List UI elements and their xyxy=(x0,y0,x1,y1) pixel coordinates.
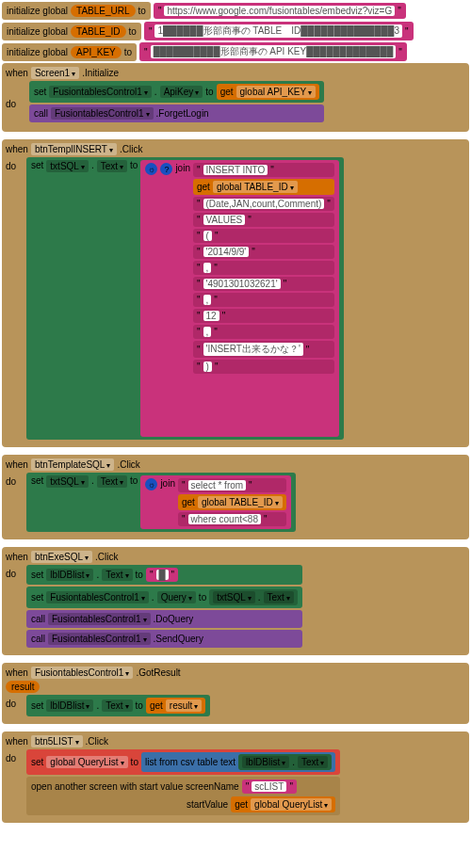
get-lbldblist-text[interactable]: lblDBlist . Text xyxy=(238,754,332,770)
var-name[interactable]: TABLE_URL xyxy=(71,5,136,17)
string-literal[interactable]: " , " xyxy=(193,325,334,339)
when-gotresult: when FusiontablesControl1 .GotResult res… xyxy=(2,663,469,724)
var-name[interactable]: TABLE_ID xyxy=(71,25,126,38)
when-btn5list-click: when btn5LIST .Click do set global Query… xyxy=(2,731,469,823)
string-literal[interactable]: " select * from " xyxy=(178,478,286,492)
string-sclist[interactable]: " scLIST " xyxy=(242,780,297,794)
set-lbldblist-text[interactable]: set lblDBlist . Text to " █ " xyxy=(26,565,302,585)
string-literal[interactable]: " , " xyxy=(193,261,334,275)
component-screen1[interactable]: Screen1 xyxy=(31,67,79,79)
string-literal[interactable]: " where count<88 " xyxy=(178,512,286,526)
get-txtsql-text[interactable]: txtSQL . Text xyxy=(209,589,298,605)
join-block-2[interactable]: ☼ join " select * from "get global TABLE… xyxy=(140,475,290,529)
component-btn5list[interactable]: btn5LIST xyxy=(31,735,83,747)
string-literal[interactable]: " (Date,JAN,count,Comment) " xyxy=(193,197,334,211)
string-literal[interactable]: " 12 " xyxy=(193,309,334,323)
open-screen-block[interactable]: open another screen with start value scr… xyxy=(26,777,340,815)
gear-icon[interactable]: ☼ xyxy=(145,478,157,490)
string-literal[interactable]: " https://www.google.com/fusiontables/em… xyxy=(154,3,406,19)
set-lbldblist-result[interactable]: set lblDBlist . Text to get result xyxy=(26,695,210,716)
string-literal[interactable]: " ( " xyxy=(193,229,334,243)
get-api-key[interactable]: get global API_KEY xyxy=(217,84,320,100)
set-querylist-block[interactable]: set global QueryList to list from csv ta… xyxy=(26,749,340,775)
string-literal[interactable]: " VALUES " xyxy=(193,213,334,227)
get-global[interactable]: get global TABLE_ID xyxy=(178,494,286,510)
when-btnexesql-click: when btnExeSQL .Click do set lblDBlist .… xyxy=(2,547,469,655)
set-apikey-block[interactable]: set FusiontablesControl1 . ApiKey to get… xyxy=(29,81,324,103)
string-literal[interactable]: " , " xyxy=(193,293,334,307)
gear-icon[interactable]: ☼ xyxy=(145,163,157,175)
string-literal[interactable]: " '4901301032621' " xyxy=(193,277,334,291)
when-btntemplinsert-click: when btnTemplINSERT .Click do set txtSQL… xyxy=(2,139,469,447)
global-var-decl[interactable]: initialize global TABLE_URL to xyxy=(2,2,151,20)
string-literal[interactable]: " █ " xyxy=(146,568,178,582)
help-icon[interactable]: ? xyxy=(160,163,172,175)
component-btntemplatesql[interactable]: btnTemplateSQL xyxy=(31,458,115,471)
keyword-when: when xyxy=(6,68,28,78)
component-btnexesql[interactable]: btnExeSQL xyxy=(31,551,92,563)
param-result[interactable]: result xyxy=(6,681,40,693)
get-global[interactable]: get global TABLE_ID xyxy=(193,179,334,195)
var-name[interactable]: API_KEY xyxy=(71,46,122,58)
component-fusiontables[interactable]: FusiontablesControl1 xyxy=(31,667,134,679)
get-result[interactable]: get result xyxy=(146,698,205,714)
set-query-block[interactable]: set FusiontablesControl1 . Query to txtS… xyxy=(26,587,302,608)
string-literal[interactable]: " 1██████形部商事の TABLE ID██████████████3 " xyxy=(144,22,414,40)
call-sendquery-block[interactable]: call FusiontablesControl1 .SendQuery xyxy=(26,630,302,648)
list-from-csv-block[interactable]: list from csv table text lblDBlist . Tex… xyxy=(141,752,335,772)
string-literal[interactable]: " INSERT INTO " xyxy=(193,163,334,177)
string-literal[interactable]: " 'INSERT出来るかな？' " xyxy=(193,341,334,358)
set-txtsql-text-block[interactable]: set txtSQL . Text to ☼ ? join " INSERT I… xyxy=(26,157,344,440)
call-forgetlogin-block[interactable]: call FusiontablesControl1 .ForgetLogin xyxy=(29,104,324,122)
when-screen1-initialize: when Screen1 .Initialize do set Fusionta… xyxy=(2,63,469,132)
string-literal[interactable]: " '2014/9/9' " xyxy=(193,245,334,259)
global-var-decl[interactable]: initialize global API_KEY to xyxy=(2,43,137,61)
get-querylist[interactable]: get global QueryList xyxy=(231,796,335,812)
when-btntemplatesql-click: when btnTemplateSQL .Click do set txtSQL… xyxy=(2,455,469,539)
string-literal[interactable]: " ██████████形部商事の API KEY█████████████ " xyxy=(139,42,407,61)
string-literal[interactable]: " ) " xyxy=(193,360,334,374)
global-var-decl[interactable]: initialize global TABLE_ID to xyxy=(2,23,141,40)
component-btntemplinsert[interactable]: btnTemplINSERT xyxy=(31,143,117,155)
event-initialize: .Initialize xyxy=(82,68,119,78)
set-txtsql-text-block-2[interactable]: set txtSQL . Text to ☼ join " select * f… xyxy=(26,473,296,532)
join-block[interactable]: ☼ ? join " INSERT INTO "get global TABLE… xyxy=(140,160,339,437)
do-label: do xyxy=(6,95,26,109)
call-doquery-block[interactable]: call FusiontablesControl1 .DoQuery xyxy=(26,610,302,628)
